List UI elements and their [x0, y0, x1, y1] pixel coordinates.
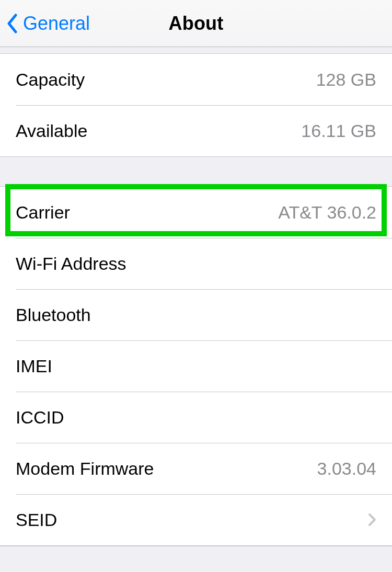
group-gap — [0, 546, 392, 572]
row-wifi-address[interactable]: Wi-Fi Address — [0, 238, 392, 289]
row-modem-firmware[interactable]: Modem Firmware 3.03.04 — [0, 443, 392, 494]
group-gap — [0, 157, 392, 186]
row-imei[interactable]: IMEI — [0, 340, 392, 392]
row-carrier[interactable]: Carrier AT&T 36.0.2 — [0, 187, 392, 238]
row-label: Modem Firmware — [16, 459, 154, 479]
row-value: 128 GB — [316, 70, 376, 90]
row-iccid[interactable]: ICCID — [0, 392, 392, 443]
row-seid[interactable]: SEID — [0, 494, 392, 545]
back-label: General — [23, 13, 90, 35]
group-network: Carrier AT&T 36.0.2 Wi-Fi Address Blueto… — [0, 186, 392, 546]
row-label: SEID — [16, 510, 57, 530]
chevron-right-icon — [368, 513, 376, 527]
row-label: Capacity — [16, 70, 85, 90]
chevron-left-icon — [6, 14, 18, 33]
row-label: Available — [16, 121, 87, 141]
row-label: ICCID — [16, 407, 64, 428]
row-available[interactable]: Available 16.11 GB — [0, 105, 392, 156]
row-value: 16.11 GB — [301, 121, 376, 141]
group-gap — [0, 47, 392, 53]
row-label: Bluetooth — [16, 305, 91, 325]
navbar: General About — [0, 0, 392, 47]
group-storage: Capacity 128 GB Available 16.11 GB — [0, 53, 392, 157]
page-title: About — [169, 13, 224, 35]
row-label: Wi-Fi Address — [16, 254, 126, 274]
row-label: Carrier — [16, 202, 70, 223]
row-label: IMEI — [16, 356, 52, 376]
row-capacity[interactable]: Capacity 128 GB — [0, 54, 392, 105]
row-value: AT&T 36.0.2 — [278, 202, 376, 223]
row-value: 3.03.04 — [317, 459, 376, 479]
row-bluetooth[interactable]: Bluetooth — [0, 289, 392, 340]
back-button[interactable]: General — [6, 0, 90, 47]
